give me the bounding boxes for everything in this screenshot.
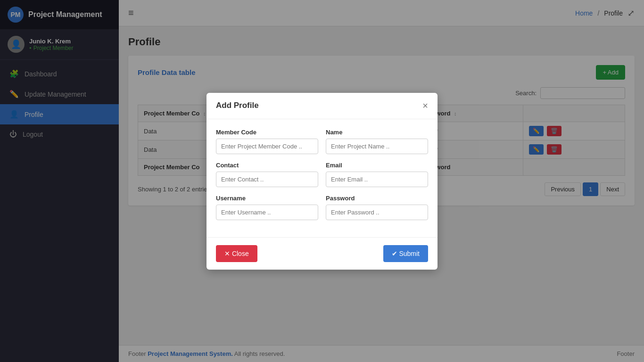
modal-submit-button[interactable]: ✔ Submit <box>383 245 428 262</box>
name-label: Name <box>326 129 428 136</box>
form-group-password: Password <box>326 195 428 220</box>
contact-label: Contact <box>216 162 318 169</box>
name-input[interactable] <box>326 139 428 154</box>
modal-header: Add Profile × <box>206 93 438 119</box>
modal-close-modal-button[interactable]: ✕ Close <box>216 245 257 262</box>
email-input[interactable] <box>326 172 428 187</box>
username-input[interactable] <box>216 205 318 220</box>
form-group-contact: Contact <box>216 162 318 187</box>
password-input[interactable] <box>326 205 428 220</box>
modal-footer: ✕ Close ✔ Submit <box>206 237 438 270</box>
form-row-3: Username Password <box>216 195 428 220</box>
form-row-1: Member Code Name <box>216 129 428 154</box>
modal-title: Add Profile <box>216 101 259 110</box>
add-profile-modal: Add Profile × Member Code Name Contact <box>206 93 438 270</box>
member-code-label: Member Code <box>216 129 318 136</box>
modal-close-button[interactable]: × <box>422 100 428 111</box>
form-group-email: Email <box>326 162 428 187</box>
modal-body: Member Code Name Contact Email <box>206 119 438 237</box>
username-label: Username <box>216 195 318 202</box>
contact-input[interactable] <box>216 172 318 187</box>
form-group-username: Username <box>216 195 318 220</box>
form-row-2: Contact Email <box>216 162 428 187</box>
email-label: Email <box>326 162 428 169</box>
password-label: Password <box>326 195 428 202</box>
form-group-name: Name <box>326 129 428 154</box>
modal-overlay: Add Profile × Member Code Name Contact <box>0 0 644 362</box>
member-code-input[interactable] <box>216 139 318 154</box>
form-group-member-code: Member Code <box>216 129 318 154</box>
